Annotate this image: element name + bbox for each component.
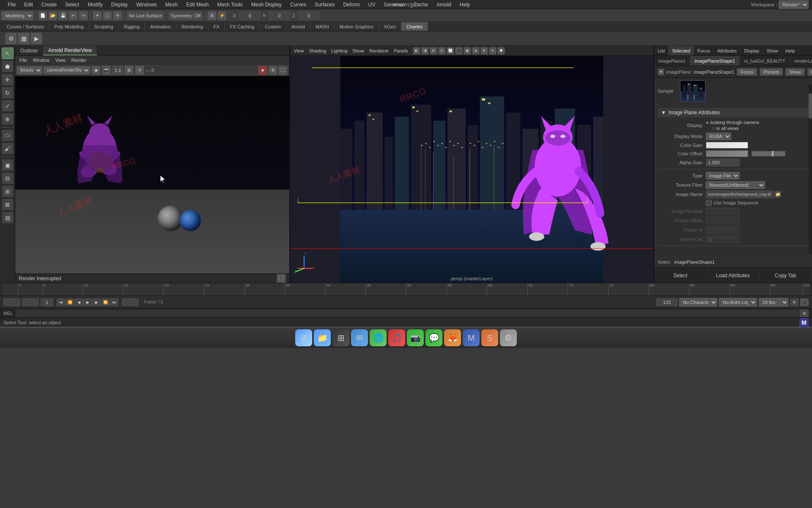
fit-btn[interactable]: ⊞: [124, 66, 134, 75]
menu-surfaces[interactable]: Surfaces: [310, 1, 339, 8]
alpha-gain-input[interactable]: [706, 159, 740, 166]
play-btn[interactable]: ▶: [83, 298, 92, 306]
load-attrs-btn[interactable]: Load Attributes: [707, 268, 759, 283]
show-btn[interactable]: Show: [785, 68, 805, 76]
vp-btn-7[interactable]: ▣: [464, 47, 471, 55]
layout-4[interactable]: ⊠: [2, 199, 14, 210]
select-tool[interactable]: ↖: [2, 47, 14, 59]
image-browse-btn[interactable]: 📁: [774, 191, 781, 198]
attr-show-btn[interactable]: Show: [763, 46, 782, 55]
shelf-tab-custom[interactable]: Custom: [260, 22, 286, 31]
render-cam-btn[interactable]: 📷: [102, 66, 111, 75]
hide-btn[interactable]: Hide: [807, 68, 812, 76]
shelf-tab-rendering[interactable]: Rendering: [176, 22, 208, 31]
prev-key-btn[interactable]: ⏪: [66, 298, 74, 306]
use-image-seq-checkbox[interactable]: [706, 200, 712, 206]
shelf-grid-icon[interactable]: ▦: [18, 33, 30, 44]
3d-viewport[interactable]: Y X Z persp (masterLayer) RRCG 人人素材: [290, 56, 653, 283]
vp-btn-5[interactable]: ⬜: [447, 47, 454, 55]
vp-menu-shading[interactable]: Shading: [307, 48, 328, 53]
mode-select[interactable]: Modeling: [2, 11, 33, 20]
attr-tab-imageplaneShape1[interactable]: imagePlaneShape1: [690, 56, 740, 66]
menu-windows[interactable]: Windows: [132, 1, 161, 8]
frame-step-input[interactable]: [41, 298, 53, 306]
type-select[interactable]: Image File: [706, 172, 740, 179]
menu-arnold[interactable]: Arnold: [432, 1, 455, 8]
autokey-btn[interactable]: ⚫: [800, 298, 809, 306]
go-start-btn[interactable]: ⏮: [57, 298, 65, 306]
refresh-btn[interactable]: ↺: [135, 66, 144, 75]
attr-tab-imageplane1[interactable]: imagePlane1: [654, 56, 690, 66]
shelf-tab-poly[interactable]: Poly Modeling: [49, 22, 89, 31]
render-fullscreen-btn[interactable]: ⛶: [277, 274, 286, 283]
menu-select[interactable]: Select: [61, 1, 83, 8]
vp-btn-1[interactable]: ◧: [413, 47, 420, 55]
camera-shape-select[interactable]: cameraRenderShape: [44, 66, 90, 74]
dock-music[interactable]: 🎵: [388, 329, 405, 346]
render-full-btn[interactable]: ⛶: [278, 66, 288, 75]
dock-substance[interactable]: S: [481, 329, 498, 346]
render-menu-render[interactable]: Render: [69, 58, 89, 63]
image-name-input[interactable]: [706, 190, 774, 198]
start-frame-input[interactable]: 1: [22, 298, 39, 306]
prev-frame-btn[interactable]: ◀: [74, 298, 83, 306]
open-btn[interactable]: 📂: [48, 11, 58, 20]
viewport-render[interactable]: 人人素材 RRCG 人人素材 Render Interrupted ⛶: [15, 76, 289, 283]
attr-selected-btn[interactable]: Selected: [669, 46, 694, 55]
z-input[interactable]: [298, 12, 319, 19]
menu-file[interactable]: File: [3, 1, 20, 8]
menu-uv[interactable]: UV: [364, 1, 380, 8]
vp-menu-view[interactable]: View: [292, 48, 306, 53]
move-btn[interactable]: ✛: [113, 11, 122, 20]
fps-select[interactable]: 24 fps: [759, 298, 788, 306]
lasso-btn[interactable]: ⬡: [103, 11, 112, 20]
dock-browser[interactable]: 🦊: [444, 329, 461, 346]
color-offset-swatch[interactable]: [706, 150, 748, 157]
layout-3[interactable]: ⊞: [2, 185, 14, 197]
vp-btn-8[interactable]: ◈: [472, 47, 480, 55]
menu-display[interactable]: Display: [107, 1, 132, 8]
attr-tab-rs-batGirl[interactable]: rs_batGirl_BEAUTY: [740, 56, 790, 66]
redo-btn[interactable]: ↪: [79, 11, 88, 20]
workspace-select[interactable]: Render*: [779, 0, 809, 9]
select-bottom-btn[interactable]: Select: [654, 268, 707, 283]
menu-create[interactable]: Create: [37, 1, 61, 8]
shelf-tab-rigging[interactable]: Rigging: [119, 22, 145, 31]
y-input[interactable]: [269, 12, 290, 19]
vp-btn-3[interactable]: ⊞: [430, 47, 437, 55]
grid-btn[interactable]: ⊞: [207, 11, 217, 20]
outliner-tab[interactable]: Outliner: [15, 46, 43, 55]
vp-menu-panels[interactable]: Panels: [392, 48, 410, 53]
layout-5[interactable]: ▤: [2, 212, 14, 224]
arnold-renderview-tab[interactable]: Arnold RenderView: [43, 46, 97, 55]
render-preview-btn[interactable]: ◉: [91, 66, 101, 75]
menu-mesh-display[interactable]: Mesh Display: [247, 1, 286, 8]
shelf-tab-curves[interactable]: Curves / Surfaces: [2, 22, 49, 31]
vp-menu-lighting[interactable]: Lighting: [329, 48, 350, 53]
go-end-btn[interactable]: ⏭: [110, 298, 118, 306]
render-menu-window[interactable]: Window: [30, 58, 52, 63]
scale-tool[interactable]: ⤢: [2, 100, 14, 112]
color-gain-swatch[interactable]: [706, 142, 748, 149]
dock-mail[interactable]: ✉: [351, 329, 368, 346]
beauty-select[interactable]: Beauty: [17, 66, 42, 74]
color-offset-slider[interactable]: [752, 151, 785, 156]
script-input[interactable]: [16, 309, 800, 317]
shelf-tab-mash[interactable]: MASH: [310, 22, 335, 31]
render-options-btn[interactable]: ⚙: [268, 66, 277, 75]
dock-maya[interactable]: M: [463, 329, 480, 346]
sculpt-tool[interactable]: ⬭: [2, 130, 14, 141]
vp-menu-show[interactable]: Show: [351, 48, 367, 53]
display-mode-select[interactable]: RGBA: [706, 133, 731, 140]
attr-expand-btn[interactable]: ▼: [658, 69, 664, 75]
layout-2[interactable]: ⊟: [2, 172, 14, 184]
timeline-ruler[interactable]: 1 5 10 15 20 25 30 35 40 45 50 55 60 65 …: [2, 283, 810, 295]
end-frame-right-input[interactable]: [656, 298, 678, 306]
shelf-tab-sculpting[interactable]: Sculpting: [89, 22, 119, 31]
attr-tab-renderLayer[interactable]: renderLayer: [790, 56, 812, 66]
menu-mesh[interactable]: Mesh: [161, 1, 182, 8]
character-set-select[interactable]: No Character Set: [679, 298, 717, 306]
shelf-tab-animation[interactable]: Animation: [145, 22, 176, 31]
lasso-tool[interactable]: ⬟: [2, 61, 14, 72]
menu-help[interactable]: Help: [455, 1, 475, 8]
